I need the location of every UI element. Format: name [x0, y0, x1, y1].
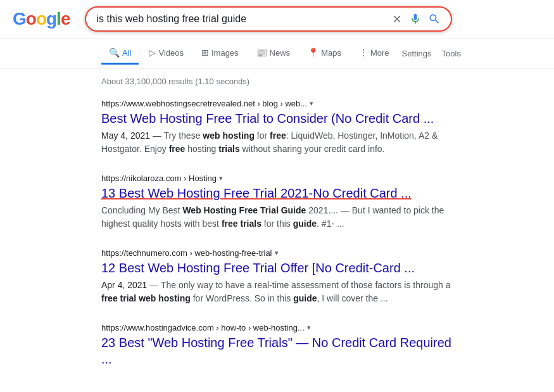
- clear-button[interactable]: [391, 13, 403, 25]
- result-3-snippet-text: — The only way to have a real-time asses…: [101, 280, 450, 303]
- tab-all[interactable]: 🔍 All: [101, 42, 139, 65]
- more-icon: ⋮: [359, 47, 368, 58]
- result-1-dropdown-arrow[interactable]: ▾: [310, 99, 313, 108]
- news-icon: 📰: [256, 47, 267, 58]
- search-input[interactable]: [96, 13, 386, 25]
- search-result-2: https://nikolaroza.com › Hosting ▾ 13 Be…: [101, 174, 453, 231]
- settings-link[interactable]: Settings: [402, 49, 432, 58]
- google-logo: Google: [13, 9, 70, 29]
- all-icon: 🔍: [109, 47, 120, 58]
- results-count: About 33,100,000 results (1.10 seconds): [101, 77, 453, 86]
- result-3-title[interactable]: 12 Best Web Hosting Free Trial Offer [No…: [101, 260, 453, 276]
- logo-letter-g2: g: [46, 9, 56, 28]
- search-result-4: https://www.hostingadvice.com › how-to ›…: [101, 323, 453, 367]
- result-2-snippet: Concluding My Best Web Hosting Free Tria…: [101, 204, 453, 231]
- nav-tabs: 🔍 All ▷ Videos ⊞ Images 📰 News 📍 Maps ⋮ …: [0, 39, 554, 69]
- result-1-date: May 4, 2021: [101, 130, 150, 141]
- result-2-url: https://nikolaroza.com › Hosting ▾: [101, 174, 453, 183]
- result-4-dropdown-arrow[interactable]: ▾: [307, 324, 311, 332]
- tab-more[interactable]: ⋮ More: [351, 42, 397, 65]
- tab-images[interactable]: ⊞ Images: [194, 42, 246, 65]
- tab-more-label: More: [370, 48, 389, 58]
- nav-right: Settings Tools: [402, 49, 461, 58]
- tab-maps-label: Maps: [321, 48, 341, 58]
- tools-link[interactable]: Tools: [442, 49, 461, 58]
- result-3-url-text: https://technumero.com › web-hosting-fre…: [101, 248, 272, 258]
- result-1-snippet: May 4, 2021 — Try these web hosting for …: [101, 129, 453, 156]
- voice-search-button[interactable]: [409, 13, 422, 25]
- result-1-url: https://www.webhostingsecretrevealed.net…: [101, 99, 453, 108]
- search-button[interactable]: [428, 13, 441, 25]
- tab-news-label: News: [270, 48, 291, 58]
- tab-maps[interactable]: 📍 Maps: [300, 42, 349, 65]
- logo-letter-g: G: [13, 9, 26, 28]
- result-3-dropdown-arrow[interactable]: ▾: [275, 249, 279, 257]
- result-3-snippet: Apr 4, 2021 — The only way to have a rea…: [101, 279, 453, 305]
- maps-icon: 📍: [308, 47, 318, 58]
- logo-letter-e: e: [61, 9, 70, 28]
- result-1-url-text: https://www.webhostingsecretrevealed.net…: [101, 99, 307, 108]
- result-4-url: https://www.hostingadvice.com › how-to ›…: [101, 323, 453, 332]
- tab-news[interactable]: 📰 News: [249, 42, 298, 65]
- logo-letter-o2: o: [36, 9, 46, 28]
- close-icon: [391, 13, 403, 25]
- search-result-3: https://technumero.com › web-hosting-fre…: [101, 248, 453, 305]
- images-icon: ⊞: [201, 47, 209, 58]
- result-4-title[interactable]: 23 Best "Web Hosting Free Trials" — No C…: [101, 334, 453, 367]
- tab-videos-label: Videos: [158, 48, 184, 58]
- result-3-date: Apr 4, 2021: [101, 280, 147, 290]
- videos-icon: ▷: [149, 47, 156, 58]
- result-2-title[interactable]: 13 Best Web Hosting Free Trial 2021-No C…: [101, 185, 453, 201]
- tab-all-label: All: [122, 48, 131, 58]
- search-result-1: https://www.webhostingsecretrevealed.net…: [101, 99, 453, 156]
- logo-letter-l: l: [56, 9, 61, 28]
- tab-videos[interactable]: ▷ Videos: [141, 42, 191, 65]
- result-2-url-text: https://nikolaroza.com › Hosting: [101, 174, 217, 183]
- search-bar-icons: [391, 13, 441, 25]
- search-icon: [428, 13, 441, 25]
- logo-letter-o1: o: [26, 9, 36, 28]
- header: Google: [0, 0, 554, 39]
- tab-images-label: Images: [211, 48, 239, 58]
- result-4-url-text: https://www.hostingadvice.com › how-to ›…: [101, 323, 305, 332]
- microphone-icon: [409, 13, 422, 25]
- result-1-title[interactable]: Best Web Hosting Free Trial to Consider …: [101, 110, 453, 127]
- result-2-dropdown-arrow[interactable]: ▾: [219, 174, 223, 182]
- result-1-snippet-text: — Try these web hosting for free: Liquid…: [101, 130, 438, 154]
- result-3-url: https://technumero.com › web-hosting-fre…: [101, 248, 453, 258]
- main-content: About 33,100,000 results (1.10 seconds) …: [0, 69, 554, 392]
- search-bar: [85, 6, 452, 32]
